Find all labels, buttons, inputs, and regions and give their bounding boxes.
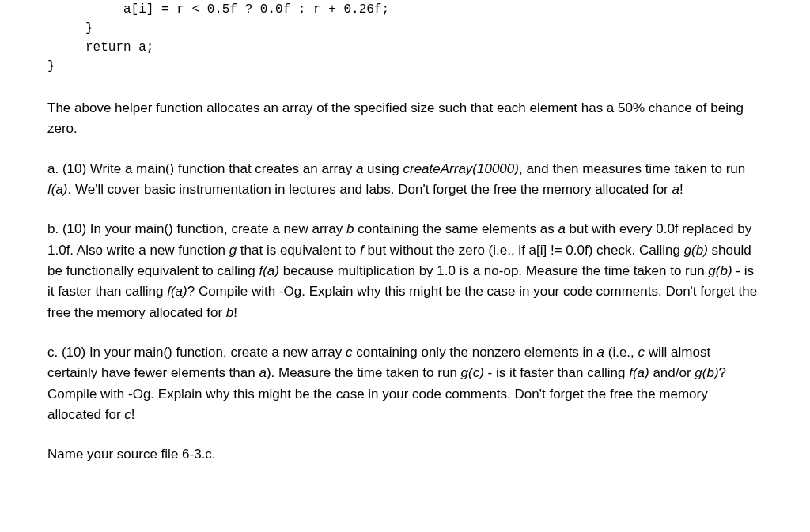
var-a: a <box>597 345 604 360</box>
call-fa: f(a) <box>167 284 187 299</box>
code-line: } <box>47 59 55 74</box>
call-gb: g(b) <box>695 365 718 380</box>
intro-text: The above helper function allocates an a… <box>47 100 744 136</box>
text: , and then measures time taken to run <box>519 161 745 176</box>
var-c: c <box>124 407 131 422</box>
var-a: a <box>259 365 266 380</box>
text: and/or <box>649 365 695 380</box>
text: ). Measure the time taken to run <box>267 365 461 380</box>
var-a: a <box>672 182 679 197</box>
text: c. (10) In your main() function, create … <box>47 345 346 360</box>
code-line: } <box>47 21 93 36</box>
text: but without the zero (i.e., if a[i] != 0… <box>364 243 684 258</box>
text: containing only the nonzero elements in <box>353 345 597 360</box>
var-c: c <box>346 345 353 360</box>
var-b: b <box>226 305 233 320</box>
var-c: c <box>638 345 645 360</box>
code-line: a[i] = r < 0.5f ? 0.0f : r + 0.26f; <box>47 2 389 17</box>
text: ! <box>233 305 237 320</box>
call-gb: g(b) <box>684 243 708 258</box>
var-b: b <box>346 221 354 236</box>
call-gb: g(b) <box>708 263 732 278</box>
text: b. (10) In your main() function, create … <box>47 221 346 236</box>
call-gc: g(c) <box>461 365 484 380</box>
text: that is equivalent to <box>237 243 360 258</box>
call-fa: f(a) <box>259 263 279 278</box>
text: (i.e., <box>604 345 638 360</box>
text: . We'll cover basic instrumentation in l… <box>68 182 672 197</box>
part-b-paragraph: b. (10) In your main() function, create … <box>47 219 763 323</box>
part-c-paragraph: c. (10) In your main() function, create … <box>47 342 763 425</box>
text: because multiplication by 1.0 is a no-op… <box>279 263 708 278</box>
text: ! <box>679 182 683 197</box>
text: - is it faster than calling <box>484 365 629 380</box>
document-page: a[i] = r < 0.5f ? 0.0f : r + 0.26f; } re… <box>0 0 810 508</box>
code-line: return a; <box>47 40 153 55</box>
var-a: a <box>558 221 565 236</box>
text: using <box>363 161 403 176</box>
footer-text: Name your source file 6-3.c. <box>47 447 216 462</box>
text: containing the same elements as <box>354 221 558 236</box>
part-a-paragraph: a. (10) Write a main() function that cre… <box>47 159 763 201</box>
call-createarray: createArray(10000) <box>403 161 518 176</box>
code-snippet: a[i] = r < 0.5f ? 0.0f : r + 0.26f; } re… <box>47 0 763 76</box>
call-fa: f(a) <box>47 182 68 197</box>
intro-paragraph: The above helper function allocates an a… <box>47 98 763 140</box>
text: a. (10) Write a main() function that cre… <box>47 161 356 176</box>
text: ! <box>131 407 135 422</box>
var-a: a <box>356 161 363 176</box>
var-g: g <box>229 243 237 258</box>
call-fa: f(a) <box>629 365 649 380</box>
footer-paragraph: Name your source file 6-3.c. <box>47 444 763 465</box>
